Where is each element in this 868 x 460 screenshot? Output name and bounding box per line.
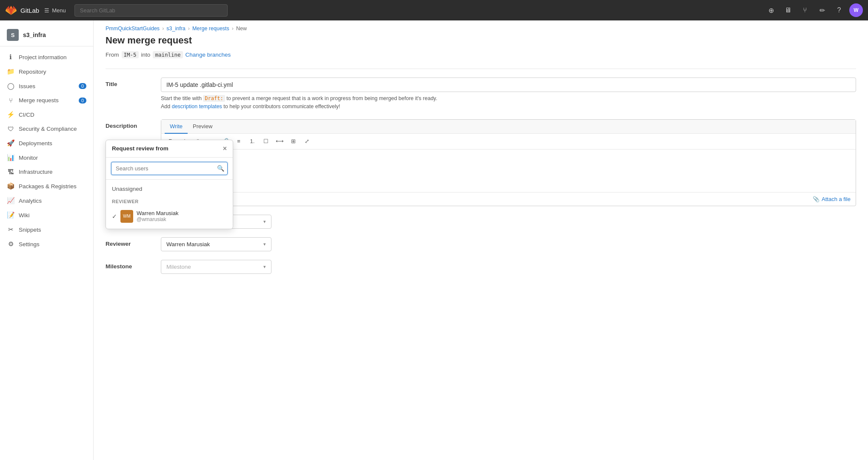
editor-footer: 📎 Attach a file — [161, 192, 856, 206]
app-logo[interactable]: GitLab — [5, 4, 39, 16]
description-row: Description Write Preview B I " <> 🔗 — [106, 119, 856, 206]
gitlab-fox-icon — [5, 4, 17, 16]
reviewer-value: Warren Marusiak — [166, 241, 210, 247]
editor-tabs: Write Preview — [161, 120, 856, 134]
reviewer-field: Warren Marusiak ▾ — [161, 237, 856, 251]
dropdown-close-button[interactable]: × — [223, 145, 227, 152]
navbar-right: ⊕ 🖥 ⑂ ✏ ? W — [764, 3, 863, 17]
settings-icon: ⚙ — [7, 240, 14, 248]
tab-write[interactable]: Write — [165, 120, 188, 134]
unassigned-option[interactable]: Unassigned — [106, 181, 233, 196]
milestone-select[interactable]: Milestone ▾ — [161, 260, 271, 274]
request-review-dropdown: Request review from × 🔍 Unassigned Revie… — [106, 140, 233, 229]
reviewer-chevron-icon: ▾ — [263, 242, 266, 247]
breadcrumb-project[interactable]: s3_infra — [166, 26, 185, 32]
indent-button[interactable]: ⟷ — [274, 135, 286, 147]
repository-icon: 📁 — [7, 68, 14, 75]
sidebar-item-snippets[interactable]: ✂ Snippets — [0, 222, 93, 237]
page-title: New merge request — [106, 35, 856, 46]
sidebar: S s3_infra ℹ Project information 📁 Repos… — [0, 20, 94, 460]
reviewer-select[interactable]: Warren Marusiak ▾ — [161, 237, 271, 251]
snippets-icon: ✂ — [7, 226, 14, 233]
user-avatar[interactable]: W — [849, 3, 863, 17]
sidebar-item-security-compliance[interactable]: 🛡 Security & Compliance — [0, 122, 93, 136]
sidebar-item-wiki[interactable]: 📝 Wiki — [0, 208, 93, 222]
title-hint: Start the title with Draft: to prevent a… — [161, 95, 856, 111]
create-new-icon[interactable]: ⊕ — [764, 3, 778, 17]
tab-preview[interactable]: Preview — [188, 120, 217, 134]
packages-icon: 📦 — [7, 182, 14, 190]
reviewer-username: @wmarusiak — [137, 216, 227, 222]
breadcrumb-org[interactable]: PmmQuickStartGuides — [106, 26, 160, 32]
change-branches-link[interactable]: Change branches — [186, 52, 231, 58]
reviewer-avatar: WM — [120, 210, 133, 223]
infrastructure-icon: 🏗 — [7, 168, 14, 175]
fullscreen-button[interactable]: ⤢ — [301, 135, 313, 147]
main-content: PmmQuickStartGuides › s3_infra › Merge r… — [94, 20, 868, 460]
task-list-button[interactable]: ☐ — [260, 135, 272, 147]
editor-toolbar: B I " <> 🔗 ≡ 1. ☐ ⟷ ⊞ ⤢ — [161, 134, 856, 150]
issues-badge: 0 — [79, 83, 86, 89]
help-icon[interactable]: ? — [832, 3, 846, 17]
milestone-chevron-icon: ▾ — [263, 264, 266, 270]
branch-info: From IM-5 into mainline Change branches — [106, 51, 856, 58]
unassigned-label: Unassigned — [112, 186, 142, 192]
milestone-row: Milestone Milestone ▾ — [106, 260, 856, 274]
merge-request-icon[interactable]: ⑂ — [798, 3, 812, 17]
wiki-icon: 📝 — [7, 211, 14, 219]
sidebar-item-packages-registries[interactable]: 📦 Packages & Registries — [0, 179, 93, 193]
app-name: GitLab — [20, 7, 39, 14]
milestone-label: Milestone — [106, 260, 161, 274]
sidebar-item-monitor[interactable]: 📊 Monitor — [0, 150, 93, 165]
cicd-icon: ⚡ — [7, 111, 14, 118]
branch-into: mainline — [153, 51, 183, 58]
monitor-icon[interactable]: 🖥 — [781, 3, 795, 17]
sidebar-item-project-information[interactable]: ℹ Project information — [0, 50, 93, 64]
menu-button[interactable]: ☰ Menu — [44, 7, 66, 14]
merge-requests-icon: ⑂ — [7, 97, 14, 104]
sidebar-item-repository[interactable]: 📁 Repository — [0, 64, 93, 79]
project-name: s3_infra — [23, 32, 46, 38]
bullet-list-button[interactable]: ≡ — [233, 135, 245, 147]
search-input[interactable] — [74, 4, 228, 17]
description-field: Write Preview B I " <> 🔗 ≡ 1. ☐ ⟷ — [161, 119, 856, 206]
reviewer-info: Warren Marusiak @wmarusiak — [137, 210, 227, 222]
numbered-list-button[interactable]: 1. — [246, 135, 258, 147]
navbar: GitLab ☰ Menu ⊕ 🖥 ⑂ ✏ ? W — [0, 0, 868, 20]
description-templates-link[interactable]: description templates — [172, 104, 222, 109]
title-input[interactable] — [161, 78, 856, 92]
reviewer-name: Warren Marusiak — [137, 210, 227, 216]
sidebar-item-cicd[interactable]: ⚡ CI/CD — [0, 107, 93, 122]
check-icon: ✓ — [112, 213, 117, 220]
sidebar-item-settings[interactable]: ⚙ Settings — [0, 237, 93, 251]
editor-body[interactable]: description — [161, 150, 856, 192]
sidebar-item-issues[interactable]: ◯ Issues 0 — [0, 79, 93, 93]
breadcrumb-merge-requests[interactable]: Merge requests — [192, 26, 229, 32]
breadcrumb-current: New — [236, 26, 247, 32]
dropdown-title: Request review from — [112, 145, 168, 152]
edit-icon[interactable]: ✏ — [815, 3, 829, 17]
search-icon: 🔍 — [217, 165, 224, 172]
monitor-sidebar-icon: 📊 — [7, 154, 14, 161]
reviewer-label: Reviewer — [106, 237, 161, 251]
title-row: Title Start the title with Draft: to pre… — [106, 78, 856, 111]
milestone-field: Milestone ▾ — [161, 260, 856, 274]
sidebar-item-merge-requests[interactable]: ⑂ Merge requests 0 — [0, 93, 93, 107]
sidebar-item-deployments[interactable]: 🚀 Deployments — [0, 136, 93, 150]
dropdown-search[interactable]: 🔍 — [106, 158, 233, 180]
project-header: S s3_infra — [0, 26, 93, 46]
breadcrumb: PmmQuickStartGuides › s3_infra › Merge r… — [106, 20, 856, 35]
dropdown-header: Request review from × — [106, 140, 233, 158]
table-button[interactable]: ⊞ — [287, 135, 299, 147]
security-icon: 🛡 — [7, 125, 14, 132]
sidebar-item-infrastructure[interactable]: 🏗 Infrastructure — [0, 165, 93, 179]
reviewer-option-warren[interactable]: ✓ WM Warren Marusiak @wmarusiak — [106, 206, 233, 227]
project-information-icon: ℹ — [7, 53, 14, 61]
sidebar-item-analytics[interactable]: 📈 Analytics — [0, 193, 93, 208]
issues-icon: ◯ — [7, 82, 14, 90]
reviewer-section-label: Reviewer — [106, 196, 233, 206]
analytics-icon: 📈 — [7, 197, 14, 204]
search-users-input[interactable] — [111, 162, 228, 175]
global-search[interactable] — [74, 4, 228, 17]
attach-file-link[interactable]: 📎 Attach a file — [813, 196, 851, 202]
